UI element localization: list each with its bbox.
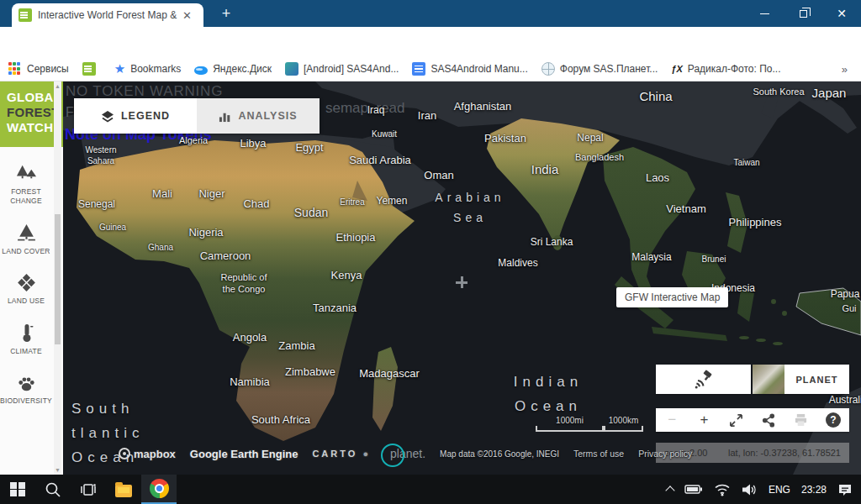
- sidebar-item-biodiversity[interactable]: BIODIVERSITY: [0, 373, 52, 406]
- tab-legend[interactable]: LEGEND: [74, 98, 197, 134]
- share-button[interactable]: [758, 410, 779, 430]
- map-label-western-sahara: Western Sahara: [85, 144, 116, 166]
- clock[interactable]: 23:28: [801, 484, 827, 496]
- new-tab-button[interactable]: +: [215, 3, 237, 25]
- battery-icon[interactable]: [684, 483, 703, 496]
- zoom-out-button[interactable]: −: [662, 410, 682, 430]
- bookmark-gfw[interactable]: [82, 62, 101, 76]
- map-label-senegal: Senegal: [78, 198, 115, 212]
- map-label-south-africa: South Africa: [251, 413, 310, 428]
- speaker-icon[interactable]: [742, 483, 758, 496]
- language-indicator[interactable]: ENG: [769, 484, 790, 496]
- map-label-chad: Chad: [243, 197, 269, 212]
- browser-tab[interactable]: Interactive World Forest Map & T ✕: [12, 3, 203, 27]
- map-label-maldives: Maldives: [498, 257, 537, 270]
- start-button[interactable]: [0, 475, 35, 504]
- map-label-gui: Gui: [842, 302, 856, 314]
- search-icon: [45, 481, 61, 498]
- bookmark-sas4-manual[interactable]: SAS4Android Manu...: [412, 62, 527, 76]
- fullscreen-button[interactable]: [726, 410, 747, 430]
- task-view-button[interactable]: [71, 475, 106, 504]
- bookmarks-overflow-chevron[interactable]: »: [842, 63, 848, 76]
- chrome-taskbar-button[interactable]: [141, 475, 177, 504]
- map-label-angola: Angola: [233, 331, 267, 345]
- map-canvas[interactable]: NO TOKEN WARNING Fo semap, read Note on …: [63, 81, 861, 475]
- gfw-sidebar: GLOBAL FOREST WATCH FOREST CHANGE LAND C…: [0, 81, 63, 475]
- scale-miles: 1000mi: [536, 416, 604, 432]
- bookmark-services[interactable]: Сервисы: [8, 62, 69, 76]
- map-label-iraq: Iraq: [367, 104, 385, 118]
- map-label-pakistan: Pakistan: [484, 132, 526, 146]
- warning-fragment-right: semap, read: [325, 100, 405, 117]
- privacy-policy-link[interactable]: Privacy policy: [638, 449, 692, 459]
- map-label-mali: Mali: [152, 187, 172, 202]
- bookmark-label: Яндекс.Диск: [213, 63, 272, 75]
- windows-taskbar: ENG 23:28: [0, 475, 861, 504]
- bookmark-bookmarks[interactable]: ★ Bookmarks: [114, 62, 181, 76]
- sidebar-item-climate[interactable]: CLIMATE: [0, 323, 52, 356]
- no-token-warning-text: NO TOKEN WARNING: [66, 83, 223, 100]
- carto-logo[interactable]: CARTO ●: [312, 449, 371, 459]
- bookmark-label: SAS4Android Manu...: [430, 63, 527, 75]
- map-label-egypt: Egypt: [295, 141, 323, 155]
- wifi-icon[interactable]: [714, 483, 731, 496]
- globe-icon: [541, 62, 555, 76]
- scroll-up-icon[interactable]: ▲: [54, 83, 61, 89]
- map-scale: 1000mi 1000km: [536, 416, 643, 432]
- planet-basemap-button[interactable]: PLANET: [753, 365, 849, 394]
- file-explorer-button[interactable]: [106, 475, 141, 504]
- taskbar-search-button[interactable]: [35, 475, 71, 504]
- window-close-button[interactable]: ✕: [822, 0, 861, 27]
- help-button[interactable]: ?: [823, 410, 843, 430]
- map-tools-bar: − + ?: [656, 408, 849, 432]
- map-label-oman: Oman: [424, 169, 453, 183]
- map-label-china: China: [639, 88, 672, 105]
- tab-analysis[interactable]: ANALYSIS: [197, 98, 320, 134]
- terms-of-use-link[interactable]: Terms of use: [573, 449, 624, 459]
- action-center-icon[interactable]: [837, 483, 853, 496]
- map-label-malaysia: Malaysia: [631, 251, 671, 265]
- bookmark-android-sas4[interactable]: [Android] SAS4And...: [285, 62, 399, 76]
- window-minimize-button[interactable]: [745, 0, 784, 27]
- star-icon: ★: [114, 62, 125, 76]
- bookmark-forum-sas[interactable]: Форум SAS.Планет...: [541, 62, 658, 76]
- mapbox-logo[interactable]: mapbox: [119, 448, 176, 460]
- map-label-ghana: Ghana: [148, 242, 173, 253]
- map-label-afghanistan: Afghanistan: [454, 100, 512, 114]
- forest-change-icon: [15, 164, 38, 183]
- restore-icon: [800, 10, 807, 18]
- print-button[interactable]: [790, 410, 811, 430]
- bookmark-label: Сервисы: [27, 63, 69, 75]
- tab-close-icon[interactable]: ✕: [182, 9, 192, 22]
- zoom-in-button[interactable]: +: [694, 410, 714, 430]
- satellite-basemap-button[interactable]: [656, 365, 751, 394]
- map-label-kenya: Kenya: [331, 269, 362, 283]
- window-restore-button[interactable]: [784, 0, 822, 27]
- scroll-down-icon[interactable]: ▼: [54, 467, 61, 473]
- google-earth-engine-logo[interactable]: Google Earth Engine: [190, 448, 298, 460]
- yandex-disk-icon: [194, 66, 208, 75]
- map-label-philippines: Philippines: [729, 216, 782, 230]
- hidden-icons-chevron[interactable]: [665, 486, 674, 495]
- map-tooltip: GFW Interactive Map: [616, 287, 728, 307]
- apps-grid-icon: [8, 62, 22, 76]
- planet-logo[interactable]: planet.: [385, 447, 425, 460]
- bookmark-yandex-disk[interactable]: Яндекс.Диск: [194, 63, 272, 75]
- sidebar-item-forest-change[interactable]: FOREST CHANGE: [0, 164, 52, 207]
- scrollbar-thumb[interactable]: [55, 214, 61, 344]
- gfw-favicon: [18, 8, 32, 22]
- mapbox-icon: [119, 448, 130, 459]
- map-label-cameroon: Cameroon: [200, 249, 251, 264]
- system-tray: ENG 23:28: [667, 483, 861, 496]
- map-label-namibia: Namibia: [230, 375, 270, 390]
- sidebar-item-land-use[interactable]: LAND USE: [0, 273, 52, 306]
- tab-title: Interactive World Forest Map & T: [38, 9, 179, 21]
- map-label-japan: Japan: [812, 85, 847, 102]
- sidebar-scrollbar[interactable]: ▲ ▼: [54, 81, 61, 475]
- map-label-libya: Libya: [240, 137, 266, 151]
- bookmark-radikal[interactable]: ƒX Радикал-Фото: По...: [671, 63, 780, 75]
- document-icon: [412, 62, 425, 76]
- map-label-zimbabwe: Zimbabwe: [285, 365, 335, 380]
- map-label-madagascar: Madagascar: [359, 367, 420, 381]
- sidebar-item-land-cover[interactable]: LAND COVER: [0, 223, 52, 256]
